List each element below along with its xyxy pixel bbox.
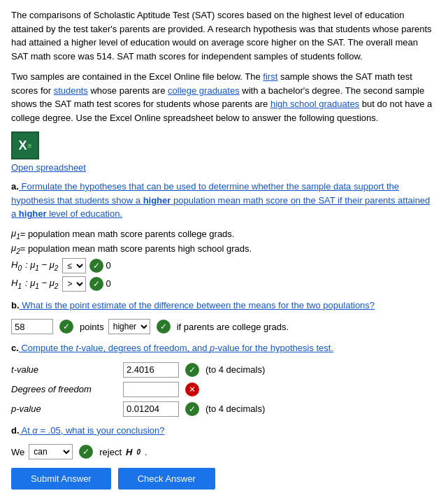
intro-paragraph2: Two samples are contained in the Excel O…: [11, 70, 437, 124]
tvalue-row: t-value ✓ (to 4 decimals): [11, 362, 437, 378]
point-estimate-check-icon: ✓: [59, 320, 73, 334]
pvalue-hint: (to 4 decimals): [205, 403, 265, 414]
section-b: b. What is the point estimate of the dif…: [11, 299, 437, 335]
direction-check-icon: ✓: [157, 320, 171, 334]
reject-label: reject: [99, 447, 122, 457]
tvalue-input[interactable]: [123, 362, 179, 378]
tvalue-check-icon: ✓: [185, 363, 199, 377]
section-d: d. At α = .05, what is your conclusion? …: [11, 424, 437, 460]
pvalue-input[interactable]: [123, 401, 179, 417]
open-spreadsheet-link[interactable]: Open spreadsheet: [11, 162, 86, 173]
h0-bold-sub: 0: [136, 448, 140, 456]
h1-check-icon: ✓: [89, 277, 103, 291]
point-estimate-row: ✓ points higher lower ✓ if parents are c…: [11, 319, 437, 334]
section-a: a. Formulate the hypotheses that can be …: [11, 180, 437, 292]
tvalue-value-group: ✓ (to 4 decimals): [123, 362, 265, 378]
df-input[interactable]: [123, 382, 179, 397]
we-label: We: [11, 447, 24, 457]
section-a-question: a. Formulate the hypotheses that can be …: [11, 180, 437, 221]
check-button[interactable]: Check Answer: [118, 468, 215, 490]
h0-check-icon: ✓: [89, 259, 103, 273]
intro-paragraph1: The comparisons of Scholastic Aptitude T…: [11, 8, 437, 63]
section-d-question: d. At α = .05, what is your conclusion?: [11, 424, 437, 438]
mu2-row: μ2 = population mean math score parents …: [11, 243, 437, 255]
section-c-question: c. Compute the t-value, degrees of freed…: [11, 341, 437, 355]
tvalue-label: t-value: [11, 364, 123, 375]
tvalue-hint: (to 4 decimals): [205, 364, 265, 375]
direction-select[interactable]: higher lower: [108, 319, 150, 334]
conclusion-row: We can cannot ✓ reject H0 .: [11, 444, 437, 459]
excel-wrapper: X ≡ Open spreadsheet: [11, 131, 437, 173]
pvalue-value-group: ✓ (to 4 decimals): [123, 401, 265, 417]
excel-icon: X ≡: [11, 131, 39, 159]
pvalue-row: p-value ✓ (to 4 decimals): [11, 401, 437, 417]
submit-button[interactable]: Submit Answer: [11, 468, 111, 490]
bottom-buttons: Submit Answer Check Answer: [11, 468, 437, 490]
mu1-row: μ1 = population mean math score parents …: [11, 228, 437, 241]
df-row: Degrees of freedom ✕: [11, 382, 437, 397]
pvalue-check-icon: ✓: [185, 402, 199, 416]
h0-operator-select[interactable]: ≤ ≥ = < > ≠: [62, 258, 86, 273]
df-value-group: ✕: [123, 382, 201, 397]
period-label: .: [145, 447, 147, 457]
conclusion-check-icon: ✓: [79, 445, 93, 459]
h1-operator-select[interactable]: ≤ ≥ = < > ≠: [62, 276, 86, 292]
point-estimate-input[interactable]: [11, 319, 53, 334]
h0-row: H0 : μ1 − μ2 ≤ ≥ = < > ≠ ✓ 0: [11, 258, 437, 273]
h1-row: H1 : μ1 − μ2 ≤ ≥ = < > ≠ ✓ 0: [11, 276, 437, 292]
suffix-label: if parents are college grads.: [177, 322, 289, 332]
calc-table: t-value ✓ (to 4 decimals) Degrees of fre…: [11, 362, 437, 417]
df-label: Degrees of freedom: [11, 384, 123, 394]
can-select[interactable]: can cannot: [29, 444, 73, 459]
h0-bold-label: H: [126, 447, 132, 457]
points-label: points: [80, 322, 104, 332]
section-c: c. Compute the t-value, degrees of freed…: [11, 341, 437, 417]
section-b-question: b. What is the point estimate of the dif…: [11, 299, 437, 313]
df-error-icon: ✕: [185, 383, 199, 397]
pvalue-label: p-value: [11, 403, 123, 414]
